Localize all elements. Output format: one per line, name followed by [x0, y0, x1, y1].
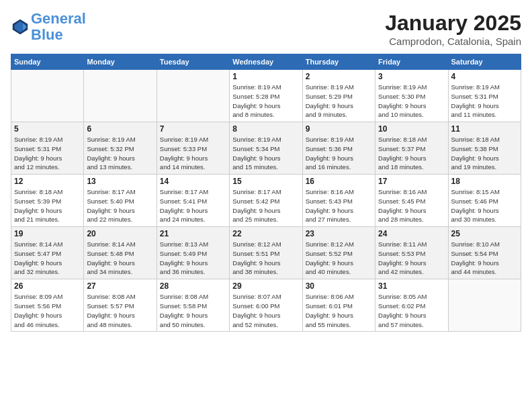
calendar-cell: 24Sunrise: 8:11 AM Sunset: 5:53 PM Dayli… — [375, 227, 448, 279]
day-info: Sunrise: 8:08 AM Sunset: 5:58 PM Dayligh… — [160, 292, 226, 329]
calendar-cell: 3Sunrise: 8:19 AM Sunset: 5:30 PM Daylig… — [375, 70, 448, 122]
day-info: Sunrise: 8:18 AM Sunset: 5:37 PM Dayligh… — [378, 135, 445, 172]
day-number: 31 — [378, 281, 445, 291]
calendar-row-1: 1Sunrise: 8:19 AM Sunset: 5:28 PM Daylig… — [11, 70, 521, 122]
calendar-cell: 8Sunrise: 8:19 AM Sunset: 5:34 PM Daylig… — [230, 122, 302, 175]
calendar-cell: 27Sunrise: 8:08 AM Sunset: 5:57 PM Dayli… — [84, 279, 157, 332]
day-info: Sunrise: 8:19 AM Sunset: 5:36 PM Dayligh… — [306, 135, 372, 172]
day-number: 11 — [451, 124, 518, 134]
calendar-cell: 20Sunrise: 8:14 AM Sunset: 5:48 PM Dayli… — [84, 227, 157, 279]
day-info: Sunrise: 8:09 AM Sunset: 5:56 PM Dayligh… — [14, 292, 81, 329]
day-info: Sunrise: 8:05 AM Sunset: 6:02 PM Dayligh… — [378, 292, 445, 329]
weekday-header-tuesday: Tuesday — [157, 54, 229, 70]
calendar-cell: 28Sunrise: 8:08 AM Sunset: 5:58 PM Dayli… — [157, 279, 229, 332]
calendar-cell: 4Sunrise: 8:19 AM Sunset: 5:31 PM Daylig… — [448, 70, 521, 122]
weekday-header-friday: Friday — [375, 54, 448, 70]
logo-icon — [11, 17, 30, 36]
day-info: Sunrise: 8:14 AM Sunset: 5:47 PM Dayligh… — [14, 240, 81, 277]
calendar-cell: 7Sunrise: 8:19 AM Sunset: 5:33 PM Daylig… — [157, 122, 229, 175]
page: General Blue January 2025 Camprodon, Cat… — [0, 0, 532, 411]
day-number: 13 — [87, 177, 153, 186]
day-number: 23 — [306, 229, 372, 238]
calendar-cell: 30Sunrise: 8:06 AM Sunset: 6:01 PM Dayli… — [302, 279, 375, 332]
location-subtitle: Camprodon, Catalonia, Spain — [385, 36, 521, 47]
calendar-row-3: 12Sunrise: 8:18 AM Sunset: 5:39 PM Dayli… — [11, 175, 521, 227]
calendar-cell: 17Sunrise: 8:16 AM Sunset: 5:45 PM Dayli… — [375, 175, 448, 227]
day-info: Sunrise: 8:12 AM Sunset: 5:51 PM Dayligh… — [232, 240, 299, 277]
calendar-cell: 6Sunrise: 8:19 AM Sunset: 5:32 PM Daylig… — [84, 122, 157, 175]
day-info: Sunrise: 8:16 AM Sunset: 5:43 PM Dayligh… — [306, 187, 372, 224]
day-info: Sunrise: 8:06 AM Sunset: 6:01 PM Dayligh… — [306, 292, 372, 329]
calendar-row-2: 5Sunrise: 8:19 AM Sunset: 5:31 PM Daylig… — [11, 122, 521, 175]
calendar-cell: 1Sunrise: 8:19 AM Sunset: 5:28 PM Daylig… — [230, 70, 302, 122]
day-number: 14 — [160, 177, 226, 186]
calendar-cell: 9Sunrise: 8:19 AM Sunset: 5:36 PM Daylig… — [302, 122, 375, 175]
day-info: Sunrise: 8:14 AM Sunset: 5:48 PM Dayligh… — [87, 240, 153, 277]
day-number: 25 — [451, 229, 518, 238]
calendar-cell — [448, 279, 521, 332]
day-info: Sunrise: 8:19 AM Sunset: 5:31 PM Dayligh… — [451, 83, 518, 120]
day-info: Sunrise: 8:13 AM Sunset: 5:49 PM Dayligh… — [160, 240, 226, 277]
calendar-cell: 15Sunrise: 8:17 AM Sunset: 5:42 PM Dayli… — [230, 175, 302, 227]
calendar-cell: 5Sunrise: 8:19 AM Sunset: 5:31 PM Daylig… — [11, 122, 84, 175]
weekday-header-thursday: Thursday — [302, 54, 375, 70]
logo-line2: Blue — [31, 26, 63, 43]
calendar-cell: 21Sunrise: 8:13 AM Sunset: 5:49 PM Dayli… — [157, 227, 229, 279]
day-number: 26 — [14, 281, 81, 291]
day-number: 3 — [378, 72, 445, 81]
day-info: Sunrise: 8:17 AM Sunset: 5:42 PM Dayligh… — [232, 187, 299, 224]
day-number: 20 — [87, 229, 153, 238]
calendar-cell: 19Sunrise: 8:14 AM Sunset: 5:47 PM Dayli… — [11, 227, 84, 279]
calendar-cell — [11, 70, 84, 122]
logo-line1: General — [31, 10, 86, 27]
day-number: 10 — [378, 124, 445, 134]
day-info: Sunrise: 8:10 AM Sunset: 5:54 PM Dayligh… — [451, 240, 518, 277]
day-number: 28 — [160, 281, 226, 291]
day-number: 30 — [306, 281, 372, 291]
logo-text: General Blue — [31, 11, 86, 43]
day-info: Sunrise: 8:12 AM Sunset: 5:52 PM Dayligh… — [306, 240, 372, 277]
calendar-cell: 10Sunrise: 8:18 AM Sunset: 5:37 PM Dayli… — [375, 122, 448, 175]
logo: General Blue — [11, 11, 86, 43]
calendar-cell: 23Sunrise: 8:12 AM Sunset: 5:52 PM Dayli… — [302, 227, 375, 279]
day-info: Sunrise: 8:16 AM Sunset: 5:45 PM Dayligh… — [378, 187, 445, 224]
day-info: Sunrise: 8:07 AM Sunset: 6:00 PM Dayligh… — [232, 292, 299, 329]
calendar-cell: 12Sunrise: 8:18 AM Sunset: 5:39 PM Dayli… — [11, 175, 84, 227]
calendar-cell: 26Sunrise: 8:09 AM Sunset: 5:56 PM Dayli… — [11, 279, 84, 332]
calendar-cell: 16Sunrise: 8:16 AM Sunset: 5:43 PM Dayli… — [302, 175, 375, 227]
calendar-cell: 2Sunrise: 8:19 AM Sunset: 5:29 PM Daylig… — [302, 70, 375, 122]
header: General Blue January 2025 Camprodon, Cat… — [11, 11, 521, 47]
day-number: 24 — [378, 229, 445, 238]
day-number: 6 — [87, 124, 153, 134]
day-info: Sunrise: 8:18 AM Sunset: 5:39 PM Dayligh… — [14, 187, 81, 224]
day-info: Sunrise: 8:19 AM Sunset: 5:34 PM Dayligh… — [232, 135, 299, 172]
calendar-row-5: 26Sunrise: 8:09 AM Sunset: 5:56 PM Dayli… — [11, 279, 521, 332]
calendar-table: SundayMondayTuesdayWednesdayThursdayFrid… — [11, 54, 521, 332]
day-info: Sunrise: 8:19 AM Sunset: 5:30 PM Dayligh… — [378, 83, 445, 120]
weekday-header-sunday: Sunday — [11, 54, 84, 70]
calendar-cell: 31Sunrise: 8:05 AM Sunset: 6:02 PM Dayli… — [375, 279, 448, 332]
day-info: Sunrise: 8:11 AM Sunset: 5:53 PM Dayligh… — [378, 240, 445, 277]
day-number: 2 — [306, 72, 372, 81]
calendar-cell — [157, 70, 229, 122]
day-number: 9 — [306, 124, 372, 134]
weekday-header-monday: Monday — [84, 54, 157, 70]
day-number: 21 — [160, 229, 226, 238]
day-number: 8 — [232, 124, 299, 134]
calendar-cell: 22Sunrise: 8:12 AM Sunset: 5:51 PM Dayli… — [230, 227, 302, 279]
weekday-header-row: SundayMondayTuesdayWednesdayThursdayFrid… — [11, 54, 521, 70]
day-info: Sunrise: 8:17 AM Sunset: 5:40 PM Dayligh… — [87, 187, 153, 224]
calendar-cell: 11Sunrise: 8:18 AM Sunset: 5:38 PM Dayli… — [448, 122, 521, 175]
day-number: 7 — [160, 124, 226, 134]
title-block: January 2025 Camprodon, Catalonia, Spain — [385, 11, 521, 47]
day-number: 15 — [232, 177, 299, 186]
day-number: 4 — [451, 72, 518, 81]
day-info: Sunrise: 8:08 AM Sunset: 5:57 PM Dayligh… — [87, 292, 153, 329]
month-title: January 2025 — [385, 11, 521, 36]
day-number: 16 — [306, 177, 372, 186]
calendar-cell: 29Sunrise: 8:07 AM Sunset: 6:00 PM Dayli… — [230, 279, 302, 332]
day-number: 22 — [232, 229, 299, 238]
day-info: Sunrise: 8:17 AM Sunset: 5:41 PM Dayligh… — [160, 187, 226, 224]
calendar-row-4: 19Sunrise: 8:14 AM Sunset: 5:47 PM Dayli… — [11, 227, 521, 279]
day-number: 1 — [232, 72, 299, 81]
